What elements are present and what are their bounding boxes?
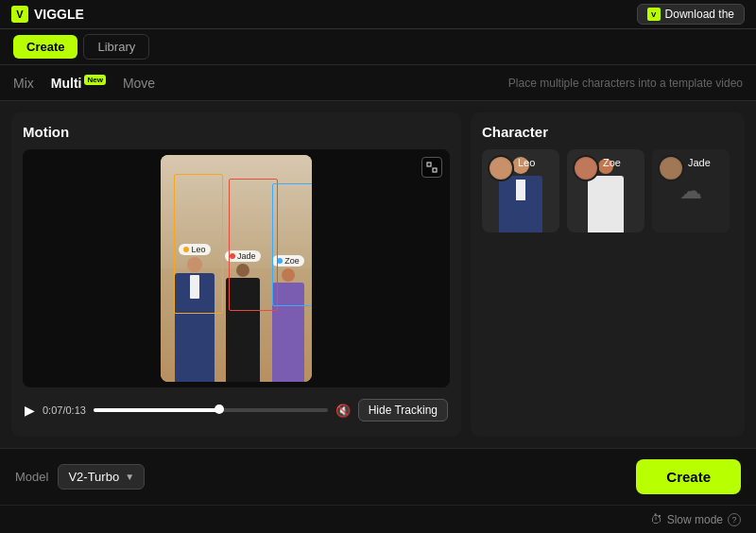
mode-tabs-left: Mix Multi New Move	[13, 74, 155, 93]
download-button[interactable]: V Download the	[637, 4, 745, 25]
create-button[interactable]: Create	[636, 459, 741, 494]
jade-card[interactable]: Jade ☁	[652, 149, 730, 232]
motion-title: Motion	[23, 124, 450, 140]
jade-card-name: Jade	[688, 157, 711, 168]
multi-badge: New	[84, 75, 105, 85]
mode-tabs: Mix Multi New Move Place multiple charac…	[0, 65, 756, 101]
play-button[interactable]: ▶	[25, 403, 35, 418]
video-preview: Leo Jade	[161, 155, 312, 382]
tab-multi[interactable]: Multi New	[51, 76, 106, 91]
character-cards: Leo Zoe	[482, 149, 733, 232]
zoe-card-dress	[588, 176, 624, 232]
model-selector: Model V2-Turbo ▼	[15, 464, 145, 490]
video-controls: ▶ 0:07/0:13 🔇 Hide Tracking	[23, 395, 450, 425]
time-display: 0:07/0:13	[43, 404, 86, 416]
help-icon[interactable]: ?	[728, 513, 741, 526]
leo-card[interactable]: Leo	[482, 149, 559, 232]
time-current: 0:07	[43, 404, 62, 416]
topbar: V VIGGLE V Download the	[0, 0, 756, 29]
svg-rect-1	[433, 168, 437, 172]
nav-tabs: Create Library	[0, 29, 756, 65]
zoe-card[interactable]: Zoe	[567, 149, 644, 232]
slow-mode-icon: ⏱	[650, 512, 662, 526]
expand-icon	[426, 162, 438, 173]
slow-mode-bar: ⏱ Slow mode ?	[0, 505, 756, 533]
model-dropdown[interactable]: V2-Turbo ▼	[58, 464, 145, 490]
video-preview-inner: Leo Jade	[161, 155, 312, 382]
logo-icon: V	[11, 6, 28, 23]
library-tab[interactable]: Library	[83, 34, 149, 60]
upload-cloud-icon: ☁	[679, 178, 702, 204]
progress-bar[interactable]	[94, 408, 328, 412]
leo-card-suit	[499, 176, 542, 232]
leo-card-name: Leo	[518, 157, 535, 168]
mode-hint: Place multiple characters into a templat…	[508, 77, 743, 90]
expand-button[interactable]	[421, 157, 442, 178]
leo-avatar	[488, 155, 514, 181]
tab-multi-label: Multi	[51, 76, 82, 91]
bottom-bar: Model V2-Turbo ▼ Create	[0, 448, 756, 505]
time-total: 0:13	[65, 404, 85, 416]
model-value: V2-Turbo	[68, 470, 119, 484]
svg-rect-0	[427, 163, 431, 166]
logo-text: VIGGLE	[34, 7, 84, 22]
chevron-down-icon: ▼	[125, 472, 134, 482]
character-title: Character	[482, 124, 733, 140]
hide-tracking-button[interactable]: Hide Tracking	[358, 399, 448, 421]
create-tab[interactable]: Create	[13, 35, 77, 59]
tracking-box-leo	[174, 174, 223, 314]
tracking-box-jade	[229, 179, 278, 311]
tracking-box-zoe	[272, 183, 312, 306]
slow-mode-text: Slow mode	[667, 513, 723, 526]
volume-button[interactable]: 🔇	[335, 404, 351, 418]
jade-avatar	[658, 155, 684, 181]
main-content: Motion Leo	[0, 101, 756, 448]
download-label: Download the	[665, 8, 734, 21]
tab-mix[interactable]: Mix	[13, 74, 34, 93]
progress-thumb[interactable]	[215, 404, 224, 414]
model-label: Model	[15, 470, 48, 484]
zoe-card-name: Zoe	[603, 157, 621, 168]
progress-fill	[94, 408, 219, 412]
zoe-avatar	[573, 155, 599, 181]
character-panel: Character Leo Zoe	[471, 112, 745, 437]
logo: V VIGGLE	[11, 6, 84, 23]
video-area: Leo Jade	[23, 149, 450, 387]
download-v-icon: V	[647, 8, 661, 21]
motion-panel: Motion Leo	[11, 112, 461, 437]
tab-move[interactable]: Move	[123, 74, 155, 93]
leo-card-shirt	[516, 180, 525, 200]
